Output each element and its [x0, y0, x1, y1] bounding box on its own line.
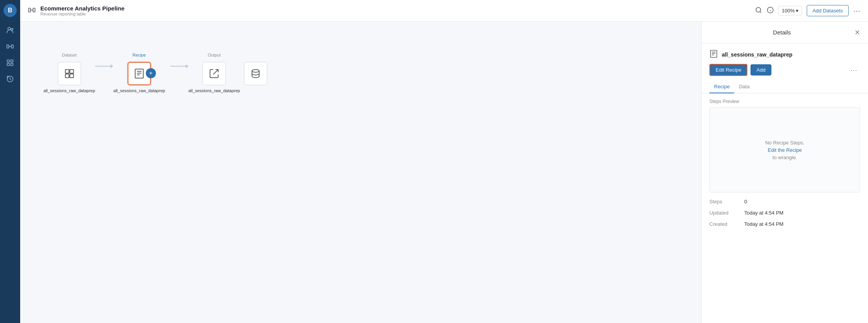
details-stats: Steps 0 Updated Today at 4:54 PM Created… — [702, 192, 868, 233]
header-subtitle: Revenue reporting table — [40, 12, 750, 16]
canvas: Dataset — [20, 22, 701, 323]
stat-steps-label: Steps — [709, 199, 744, 204]
stat-updated-label: Updated — [709, 210, 744, 216]
details-panel: Details ✕ all_sessions_r — [701, 22, 868, 323]
tab-data[interactable]: Data — [734, 81, 754, 93]
app-logo[interactable]: B — [3, 4, 17, 17]
svg-rect-3 — [11, 45, 13, 48]
svg-rect-23 — [135, 69, 143, 78]
connector-line-2 — [170, 66, 186, 67]
svg-rect-5 — [7, 60, 10, 62]
details-item-icon — [709, 50, 718, 59]
details-close-button[interactable]: ✕ — [854, 28, 860, 37]
stat-updated: Updated Today at 4:54 PM — [709, 210, 860, 216]
add-datasets-button[interactable]: Add Datasets — [807, 5, 849, 16]
stat-steps: Steps 0 — [709, 199, 860, 204]
details-more-button[interactable]: ⋯ — [847, 64, 860, 76]
svg-rect-12 — [33, 8, 35, 12]
svg-rect-6 — [11, 60, 13, 62]
header-title: Ecommerce Analytics Pipeline — [40, 5, 750, 12]
stat-updated-value: Today at 4:54 PM — [744, 210, 783, 216]
dataset-node: Dataset — [43, 53, 95, 93]
svg-rect-22 — [70, 74, 73, 77]
dataset-node-box[interactable] — [58, 62, 81, 85]
sidebar-icon-history[interactable] — [3, 72, 17, 86]
recipe-node: Recipe — [113, 53, 165, 93]
recipe-label-top[interactable]: Recipe — [133, 53, 146, 59]
stat-created: Created Today at 4:54 PM — [709, 221, 860, 227]
info-icon[interactable] — [767, 7, 774, 15]
svg-rect-8 — [11, 64, 13, 66]
output-group: Output — [188, 53, 267, 94]
sidebar-icon-users[interactable] — [3, 23, 17, 37]
search-icon[interactable] — [755, 7, 762, 15]
output-label-top: Output — [208, 53, 221, 59]
connector-1 — [95, 64, 113, 68]
steps-preview-label: Steps Preview — [702, 93, 868, 107]
details-title: Details — [709, 29, 854, 36]
edit-recipe-button[interactable]: Edit Recipe — [709, 64, 747, 76]
connector-arrow-2 — [186, 64, 188, 68]
svg-point-27 — [252, 70, 259, 72]
zoom-control[interactable]: 100% ▾ — [778, 6, 802, 15]
output-arrow-node: Output — [188, 53, 240, 93]
tab-recipe[interactable]: Recipe — [709, 81, 734, 93]
svg-point-14 — [756, 7, 761, 12]
flow-container: Dataset — [20, 22, 701, 125]
details-tabs: Recipe Data — [702, 81, 868, 93]
output-db-node — [244, 53, 267, 94]
sidebar-icon-pipeline[interactable] — [3, 40, 17, 53]
stat-created-label: Created — [709, 221, 744, 227]
sidebar: B — [0, 0, 20, 323]
header-actions: 100% ▾ Add Datasets ⋯ — [755, 5, 860, 16]
dataset-label-bottom: all_sessions_raw_dataprep — [43, 88, 95, 93]
header: Ecommerce Analytics Pipeline Revenue rep… — [20, 0, 868, 22]
svg-rect-2 — [7, 45, 9, 48]
details-item-header: all_sessions_raw_dataprep — [702, 43, 868, 64]
add-step-button[interactable]: + — [146, 68, 156, 78]
zoom-level: 100% — [782, 8, 795, 14]
details-item-name: all_sessions_raw_dataprep — [722, 52, 792, 58]
to-wrangle-text: to wrangle. — [773, 155, 797, 160]
svg-rect-20 — [70, 70, 73, 73]
output-db-box[interactable] — [244, 62, 267, 85]
no-steps-text: No Recipe Steps. — [765, 140, 804, 146]
dataset-label-top: Dataset — [62, 53, 77, 59]
svg-line-15 — [760, 11, 761, 12]
details-body: all_sessions_raw_dataprep Edit Recipe Ad… — [702, 43, 868, 323]
details-header: Details ✕ — [702, 22, 868, 43]
output-arrow-box[interactable] — [202, 62, 226, 85]
edit-recipe-link[interactable]: Edit the Recipe — [768, 147, 802, 153]
header-more-button[interactable]: ⋯ — [853, 7, 860, 15]
svg-rect-28 — [711, 50, 717, 57]
svg-point-0 — [8, 27, 10, 30]
stat-created-value: Today at 4:54 PM — [744, 221, 783, 227]
zoom-dropdown-icon: ▾ — [796, 8, 799, 14]
connector-line-1 — [95, 66, 111, 67]
stat-steps-value: 0 — [744, 199, 747, 204]
details-actions: Edit Recipe Add ⋯ — [702, 64, 868, 81]
steps-preview-area: No Recipe Steps. Edit the Recipe to wran… — [709, 107, 860, 192]
recipe-label-bottom: all_sessions_raw_dataprep — [113, 88, 165, 93]
add-button[interactable]: Add — [750, 64, 771, 76]
header-title-group: Ecommerce Analytics Pipeline Revenue rep… — [40, 5, 750, 16]
svg-rect-11 — [29, 8, 31, 12]
connector-2 — [170, 64, 188, 68]
svg-rect-21 — [65, 74, 69, 77]
sidebar-icon-apps[interactable] — [3, 56, 17, 70]
svg-rect-7 — [7, 64, 10, 66]
output-arrow-label: all_sessions_raw_dataprep — [188, 88, 240, 93]
connector-arrow-1 — [111, 64, 113, 68]
pipeline-header-icon — [28, 6, 36, 15]
svg-rect-19 — [65, 70, 69, 73]
